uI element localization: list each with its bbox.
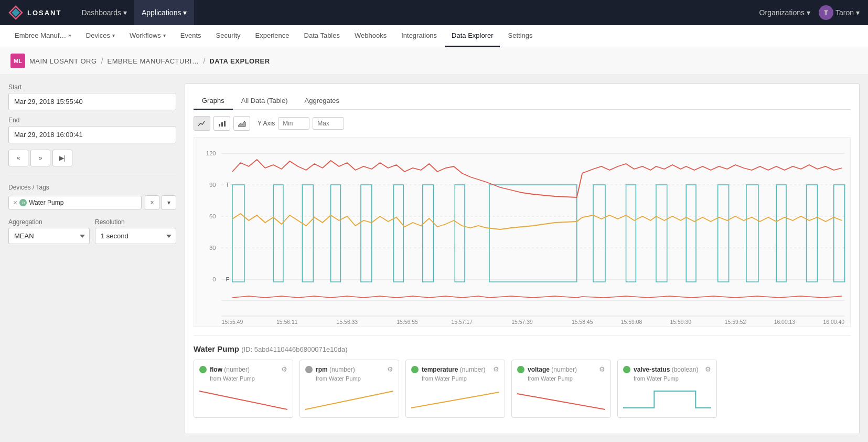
y-min-input[interactable] <box>278 117 309 130</box>
sub-nav: Embree Manuf… » Devices ▾ Workflows ▾ Ev… <box>0 25 868 47</box>
svg-rect-27 <box>489 185 577 282</box>
rpm-gear-icon[interactable]: ⚙ <box>387 365 393 373</box>
end-input[interactable] <box>8 126 176 143</box>
svg-text:60: 60 <box>209 213 216 219</box>
valve-gear-icon[interactable]: ⚙ <box>705 365 711 373</box>
subnav-events[interactable]: Events <box>174 25 208 47</box>
voltage-dot <box>517 366 524 373</box>
breadcrumb-app[interactable]: EMBREE MANUFACTURI… <box>108 57 199 65</box>
subnav-dataexplorer[interactable]: Data Explorer <box>445 25 499 47</box>
temperature-mini-chart <box>411 386 499 412</box>
svg-rect-33 <box>746 185 758 282</box>
svg-text:16:00:13: 16:00:13 <box>774 319 796 325</box>
svg-text:15:56:55: 15:56:55 <box>397 319 418 325</box>
legend-device-id: (ID: 5abd4110446b6800071e10da) <box>241 345 347 353</box>
tag-chip[interactable]: × ⊙ Water Pump <box>8 196 142 209</box>
svg-rect-32 <box>718 185 729 282</box>
logo-icon <box>8 5 23 20</box>
tag-input-row: × ⊙ Water Pump × ▾ <box>8 195 176 210</box>
subnav-integrations[interactable]: Integrations <box>395 25 443 47</box>
valve-name: valve-status (boolean) <box>634 366 698 373</box>
main-content: Start End « » ▶| Devices / Tags × ⊙ Wate… <box>0 75 868 442</box>
resolution-label: Resolution <box>95 218 176 226</box>
rpm-mini-chart <box>305 386 393 412</box>
temperature-dot <box>411 366 419 373</box>
breadcrumb-page: DATA EXPLORER <box>209 57 270 65</box>
svg-text:90: 90 <box>209 182 216 188</box>
chart-area-button[interactable] <box>233 116 250 131</box>
devices-tags-label: Devices / Tags <box>8 184 176 191</box>
last-button[interactable]: ▶| <box>52 150 72 166</box>
legend-card-rpm: rpm (number) ⚙ from Water Pump <box>299 360 399 418</box>
svg-rect-21 <box>302 185 313 282</box>
prev-prev-button[interactable]: « <box>8 150 28 166</box>
legend-card-flow: flow (number) ⚙ from Water Pump <box>194 360 293 418</box>
nav-organizations[interactable]: Organizations ▾ <box>759 8 810 17</box>
svg-text:30: 30 <box>209 245 216 251</box>
aggregation-select[interactable]: MEAN SUM MIN MAX <box>8 228 90 244</box>
svg-text:15:59:08: 15:59:08 <box>621 319 642 325</box>
start-input[interactable] <box>8 93 176 110</box>
flow-name: flow (number) <box>210 366 250 373</box>
svg-rect-28 <box>593 185 605 282</box>
voltage-source: from Water Pump <box>528 375 605 382</box>
subnav-devices[interactable]: Devices ▾ <box>80 25 121 47</box>
valve-source: from Water Pump <box>634 375 711 382</box>
tag-dropdown-button[interactable]: ▾ <box>162 195 176 210</box>
svg-rect-3 <box>221 122 223 127</box>
svg-text:15:56:33: 15:56:33 <box>337 319 358 325</box>
flow-gear-icon[interactable]: ⚙ <box>281 365 287 373</box>
resolution-select[interactable]: 1 second 5 seconds 1 minute <box>95 228 176 244</box>
top-nav: LOSANT Dashboards ▾ Applications ▾ Organ… <box>0 0 868 25</box>
subnav-webhooks[interactable]: Webhooks <box>348 25 393 47</box>
svg-text:T: T <box>226 182 229 188</box>
svg-rect-26 <box>455 185 465 282</box>
avatar: T <box>819 5 833 20</box>
area-chart-icon <box>238 120 246 127</box>
next-next-button[interactable]: » <box>30 150 50 166</box>
logo[interactable]: LOSANT <box>8 5 61 20</box>
legend-card-temperature-header: temperature (number) ⚙ <box>411 365 499 373</box>
flow-mini-chart <box>199 386 287 412</box>
svg-text:15:56:11: 15:56:11 <box>276 319 298 325</box>
tab-graphs[interactable]: Graphs <box>194 92 233 110</box>
breadcrumb-sep2: / <box>203 57 205 65</box>
chart-area: 120 90 60 30 0 T F <box>194 137 851 327</box>
tag-remove[interactable]: × <box>13 198 17 207</box>
svg-text:15:57:39: 15:57:39 <box>511 319 533 325</box>
temperature-gear-icon[interactable]: ⚙ <box>493 365 499 373</box>
y-max-input[interactable] <box>313 117 344 130</box>
breadcrumb-org[interactable]: MAIN LOSANT ORG <box>29 57 97 65</box>
y-axis-label: Y Axis <box>258 120 275 127</box>
nav-applications[interactable]: Applications ▾ <box>134 0 195 25</box>
legend-cards: flow (number) ⚙ from Water Pump <box>194 360 851 418</box>
nav-dashboards[interactable]: Dashboards ▾ <box>74 0 134 25</box>
voltage-gear-icon[interactable]: ⚙ <box>599 365 605 373</box>
svg-rect-19 <box>232 185 244 282</box>
tag-clear-button[interactable]: × <box>145 195 159 210</box>
subnav-settings[interactable]: Settings <box>502 25 539 47</box>
rpm-dot <box>305 366 313 373</box>
tab-all-data[interactable]: All Data (Table) <box>233 92 296 110</box>
subnav-breadcrumb[interactable]: Embree Manuf… » <box>8 25 78 47</box>
svg-rect-25 <box>423 185 434 282</box>
svg-text:15:58:45: 15:58:45 <box>572 319 593 325</box>
top-nav-right: Organizations ▾ T Taron ▾ <box>759 5 860 20</box>
legend-device-title: Water Pump (ID: 5abd4110446b6800071e10da… <box>194 344 851 353</box>
tab-aggregates[interactable]: Aggregates <box>296 92 348 110</box>
subnav-security[interactable]: Security <box>210 25 247 47</box>
svg-rect-30 <box>656 185 667 282</box>
subnav-experience[interactable]: Experience <box>249 25 296 47</box>
tag-label: Water Pump <box>29 199 63 206</box>
subnav-workflows[interactable]: Workflows ▾ <box>123 25 172 47</box>
tabs-row: Graphs All Data (Table) Aggregates <box>194 92 851 110</box>
start-label: Start <box>8 83 176 91</box>
temperature-name: temperature (number) <box>422 366 485 373</box>
svg-rect-29 <box>626 185 636 282</box>
subnav-datatables[interactable]: Data Tables <box>298 25 346 47</box>
chart-bar-button[interactable] <box>213 116 230 131</box>
nav-user[interactable]: T Taron ▾ <box>819 5 860 20</box>
end-label: End <box>8 117 176 124</box>
chart-line-button[interactable] <box>194 116 210 131</box>
valve-mini-chart <box>623 386 711 412</box>
